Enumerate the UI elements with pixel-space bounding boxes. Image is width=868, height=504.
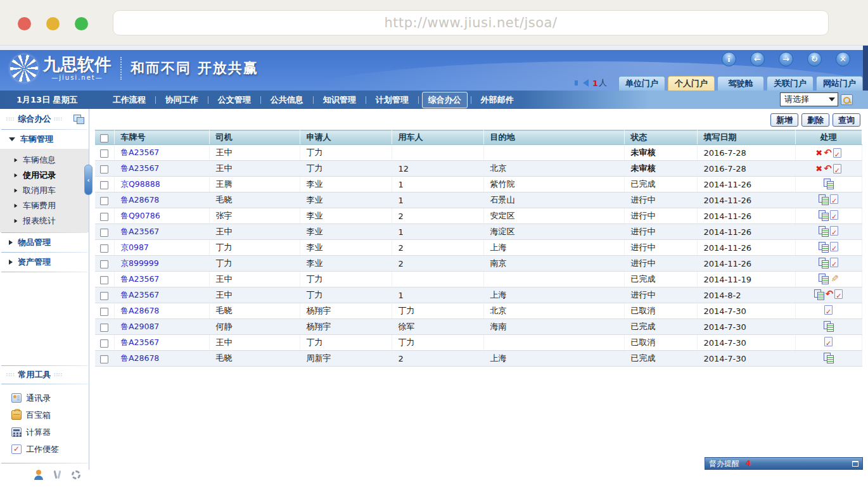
plate-link[interactable]: 鲁A29087 xyxy=(121,322,160,331)
row-checkbox[interactable] xyxy=(100,292,108,300)
plate-link[interactable]: 京Q98888 xyxy=(121,179,160,189)
quick-select-dropdown[interactable]: 请选择 xyxy=(780,92,838,106)
approve-check-icon[interactable] xyxy=(830,210,838,220)
menu-item[interactable]: 外部邮件 xyxy=(475,92,520,108)
menu-item[interactable]: 知识管理 xyxy=(317,92,362,108)
copy-icon[interactable] xyxy=(819,226,829,236)
copy-icon[interactable] xyxy=(819,242,829,252)
portal-tab[interactable]: 个人门户 xyxy=(668,76,715,91)
undo-icon[interactable]: ↶ xyxy=(824,164,832,173)
menu-item[interactable]: 工作流程 xyxy=(106,92,152,108)
portal-tab[interactable]: 单位门户 xyxy=(618,76,665,91)
copy-icon[interactable] xyxy=(819,194,829,205)
delete-icon[interactable]: ✖ xyxy=(815,165,822,173)
speaker-icon[interactable] xyxy=(583,79,589,87)
menu-item[interactable]: 计划管理 xyxy=(369,92,415,108)
menu-item[interactable]: 公文管理 xyxy=(212,92,257,108)
plate-link[interactable]: 鲁A23567 xyxy=(121,274,160,284)
sidebar-collapse-handle[interactable]: ‹ xyxy=(84,165,93,195)
approve-check-icon[interactable] xyxy=(824,305,833,315)
sidebar-subitem[interactable]: 车辆费用 xyxy=(0,198,89,213)
forward-button[interactable]: → xyxy=(779,52,793,66)
plate-link[interactable]: 鲁A28678 xyxy=(121,306,160,315)
row-checkbox[interactable] xyxy=(100,213,108,221)
portal-tab[interactable]: 关联门户 xyxy=(767,76,814,91)
supervision-reminder-bar[interactable]: 督办提醒 4 xyxy=(705,457,863,470)
tool-item[interactable]: 通讯录 xyxy=(0,389,89,406)
menu-item[interactable]: 综合办公 xyxy=(422,92,468,108)
settings-tools-icon[interactable] xyxy=(53,470,63,480)
copy-icon[interactable] xyxy=(819,258,829,268)
refresh-button[interactable]: ↻ xyxy=(807,52,822,66)
delete-button[interactable]: 删除 xyxy=(801,113,829,127)
approve-check-icon[interactable] xyxy=(830,226,838,236)
gear-icon[interactable] xyxy=(72,470,80,479)
row-checkbox[interactable] xyxy=(100,355,108,363)
select-all-checkbox[interactable] xyxy=(100,134,108,142)
copy-icon[interactable] xyxy=(824,179,834,189)
approve-check-icon[interactable] xyxy=(824,337,833,346)
plate-link[interactable]: 鲁A23567 xyxy=(121,290,160,299)
copy-icon[interactable] xyxy=(819,274,829,284)
plate-link[interactable]: 鲁A28678 xyxy=(121,195,160,205)
search-icon[interactable] xyxy=(841,94,853,105)
plate-link[interactable]: 鲁Q90786 xyxy=(121,211,160,220)
row-checkbox[interactable] xyxy=(100,276,108,284)
copy-icon[interactable] xyxy=(824,353,834,363)
row-checkbox[interactable] xyxy=(100,260,108,268)
user-icon[interactable] xyxy=(34,470,44,480)
sidebar-tree-item[interactable]: 物品管理 xyxy=(0,233,89,252)
undo-icon[interactable]: ↶ xyxy=(826,289,834,299)
maximize-icon[interactable] xyxy=(852,461,858,467)
tool-item[interactable]: 百宝箱 xyxy=(0,406,89,424)
copy-icon[interactable] xyxy=(824,321,834,331)
query-button[interactable]: 查询 xyxy=(833,113,860,127)
row-checkbox[interactable] xyxy=(100,197,108,205)
plate-link[interactable]: 鲁A23567 xyxy=(121,227,160,236)
plate-link[interactable]: 鲁A28678 xyxy=(121,353,160,363)
portal-tab[interactable]: 网站门户 xyxy=(816,76,863,91)
approve-check-icon[interactable] xyxy=(833,148,841,158)
back-button[interactable]: ← xyxy=(750,52,765,66)
approve-check-icon[interactable] xyxy=(830,258,838,267)
approve-check-icon[interactable] xyxy=(833,164,841,173)
edit-pencil-icon[interactable]: ✎ xyxy=(829,274,839,282)
window-maximize-light[interactable] xyxy=(75,17,88,30)
plate-link[interactable]: 京0987 xyxy=(121,243,149,252)
popout-window-icon[interactable] xyxy=(73,115,84,123)
row-checkbox[interactable] xyxy=(100,149,108,158)
close-button[interactable]: ✕ xyxy=(836,52,850,66)
menu-item[interactable]: 协同工作 xyxy=(159,92,205,108)
portal-tab[interactable]: 驾驶舱 xyxy=(717,76,764,91)
sidebar-subitem[interactable]: 报表统计 xyxy=(0,213,89,229)
info-button[interactable]: i xyxy=(722,52,736,66)
sidebar-tree-item[interactable]: 资产管理 xyxy=(0,253,89,272)
plate-link[interactable]: 鲁A23567 xyxy=(121,148,160,157)
plate-link[interactable]: 鲁A23567 xyxy=(121,163,160,173)
row-checkbox[interactable] xyxy=(100,165,108,173)
approve-check-icon[interactable] xyxy=(830,194,838,204)
tool-item[interactable]: 工作便签 xyxy=(0,441,89,458)
sidebar-subitem[interactable]: 使用记录 xyxy=(0,168,89,183)
row-checkbox[interactable] xyxy=(100,229,108,237)
sidebar-tree-item[interactable]: 车辆管理 xyxy=(0,130,89,149)
plate-link[interactable]: 鲁A23567 xyxy=(121,337,160,347)
window-minimize-light[interactable] xyxy=(46,17,60,30)
row-checkbox[interactable] xyxy=(100,308,108,316)
row-checkbox[interactable] xyxy=(100,181,108,189)
copy-icon[interactable] xyxy=(819,210,829,220)
row-checkbox[interactable] xyxy=(100,324,108,332)
row-checkbox[interactable] xyxy=(100,339,108,348)
delete-icon[interactable]: ✖ xyxy=(815,149,822,157)
plate-link[interactable]: 京899999 xyxy=(121,258,159,268)
sidebar-subitem[interactable]: 取消用车 xyxy=(0,183,89,198)
row-checkbox[interactable] xyxy=(100,244,108,253)
copy-icon[interactable] xyxy=(814,289,824,299)
window-close-light[interactable] xyxy=(18,17,31,30)
add-button[interactable]: 新增 xyxy=(770,113,798,127)
tool-item[interactable]: 计算器 xyxy=(0,424,89,441)
sidebar-subitem[interactable]: 车辆信息 xyxy=(0,153,89,168)
approve-check-icon[interactable] xyxy=(834,289,843,299)
approve-check-icon[interactable] xyxy=(830,242,838,251)
menu-item[interactable]: 公共信息 xyxy=(264,92,310,108)
